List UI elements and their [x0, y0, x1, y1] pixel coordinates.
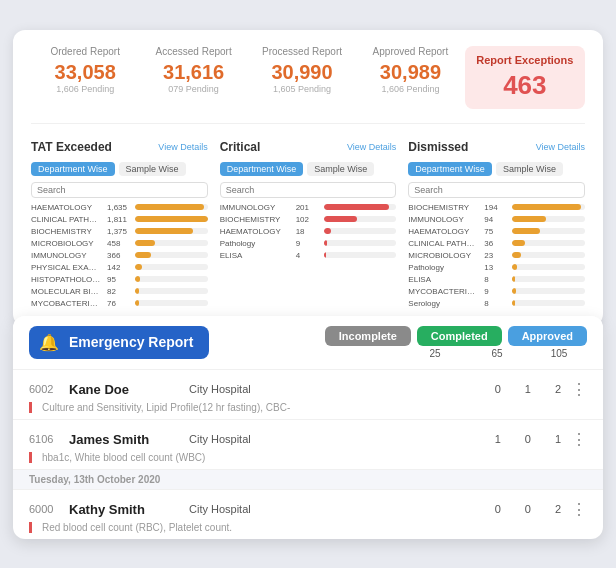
patient-main: 6000 Kathy Smith City Hospital 0 0 2 ⋮ — [29, 500, 587, 519]
patient-row: 6002 Kane Doe City Hospital 0 1 2 ⋮ Cult… — [13, 369, 603, 419]
bar-track — [512, 252, 585, 258]
tat-header: TAT Exceeded View Details — [31, 140, 208, 154]
patient-approved-count: 1 — [555, 433, 561, 445]
count-incomplete: 25 — [407, 348, 463, 359]
patient-completed-count: 0 — [525, 503, 531, 515]
bar-count: 1,375 — [107, 227, 131, 236]
dismissed-tab-sample[interactable]: Sample Wise — [496, 162, 563, 176]
more-options-icon[interactable]: ⋮ — [571, 380, 587, 399]
tat-tab-sample[interactable]: Sample Wise — [119, 162, 186, 176]
bar-track — [135, 264, 208, 270]
bar-item: MOLECULAR BIOL... 82 — [31, 287, 208, 296]
bar-count: 36 — [484, 239, 508, 248]
bar-count: 194 — [484, 203, 508, 212]
critical-bar-list: IMMUNOLOGY 201 BIOCHEMISTRY 102 HAEMATOL… — [220, 203, 397, 260]
patient-incomplete-count: 1 — [495, 433, 501, 445]
more-options-icon[interactable]: ⋮ — [571, 430, 587, 449]
patient-counts: 0 0 2 — [495, 503, 561, 515]
top-card: Ordered Report 33,058 1,606 Pending Acce… — [13, 30, 603, 326]
bar-count: 23 — [484, 251, 508, 260]
bar-label: BIOCHEMISTRY — [220, 215, 292, 224]
dismissed-title: Dismissed — [408, 140, 468, 154]
bar-track — [135, 240, 208, 246]
bar-fill — [324, 216, 357, 222]
bar-item: MICROBIOLOGY 458 — [31, 239, 208, 248]
bar-count: 142 — [107, 263, 131, 272]
bar-item: IMMUNOLOGY 201 — [220, 203, 397, 212]
patient-approved-count: 2 — [555, 503, 561, 515]
patient-name: Kathy Smith — [69, 502, 189, 517]
bar-fill — [512, 300, 515, 306]
dismissed-tab-dept[interactable]: Department Wise — [408, 162, 492, 176]
patient-id: 6002 — [29, 383, 69, 395]
btn-approved[interactable]: Approved — [508, 326, 587, 346]
bar-item: BIOCHEMISTRY 1,375 — [31, 227, 208, 236]
bar-count: 1,811 — [107, 215, 131, 224]
status-buttons: Incomplete Completed Approved 25 65 105 — [325, 326, 587, 359]
tat-tabs: Department Wise Sample Wise — [31, 162, 208, 176]
bar-label: CLINICAL PATHOL... — [408, 239, 480, 248]
bar-label: BIOCHEMISTRY — [31, 227, 103, 236]
more-options-icon[interactable]: ⋮ — [571, 500, 587, 519]
bar-item: HAEMATOLOGY 18 — [220, 227, 397, 236]
dismissed-view-details[interactable]: View Details — [536, 142, 585, 152]
bar-fill — [512, 288, 516, 294]
critical-view-details[interactable]: View Details — [347, 142, 396, 152]
bar-item: IMMUNOLOGY 366 — [31, 251, 208, 260]
patient-name: Kane Doe — [69, 382, 189, 397]
critical-tab-sample[interactable]: Sample Wise — [307, 162, 374, 176]
status-counts: 25 65 105 — [407, 348, 587, 359]
dismissed-tabs: Department Wise Sample Wise — [408, 162, 585, 176]
bar-item: BIOCHEMISTRY 102 — [220, 215, 397, 224]
bar-label: IMMUNOLOGY — [31, 251, 103, 260]
stat-approved: Approved Report 30,989 1,606 Pending — [356, 46, 464, 109]
stat-processed-label: Processed Report — [252, 46, 352, 57]
stat-approved-label: Approved Report — [360, 46, 460, 57]
bar-track — [135, 288, 208, 294]
stat-accessed-pending: 079 Pending — [143, 84, 243, 94]
bar-item: MYCOBACTERIOL... 9 — [408, 287, 585, 296]
bar-count: 95 — [107, 275, 131, 284]
patient-main: 6106 James Smith City Hospital 1 0 1 ⋮ — [29, 430, 587, 449]
bar-item: BIOCHEMISTRY 194 — [408, 203, 585, 212]
bar-count: 4 — [296, 251, 320, 260]
btn-completed[interactable]: Completed — [417, 326, 502, 346]
critical-search[interactable] — [220, 182, 397, 198]
bar-label: Serology — [408, 299, 480, 308]
btn-incomplete[interactable]: Incomplete — [325, 326, 411, 346]
bar-track — [135, 252, 208, 258]
bar-label: HAEMATOLOGY — [31, 203, 103, 212]
patient-row: 6106 James Smith City Hospital 1 0 1 ⋮ h… — [13, 419, 603, 469]
bar-label: HAEMATOLOGY — [220, 227, 292, 236]
critical-tab-dept[interactable]: Department Wise — [220, 162, 304, 176]
patient-row: 6000 Kathy Smith City Hospital 0 0 2 ⋮ R… — [13, 489, 603, 539]
patient-incomplete-count: 0 — [495, 383, 501, 395]
patient-tests: hba1c, White blood cell count (WBC) — [29, 452, 587, 463]
bar-track — [135, 204, 208, 210]
tat-search[interactable] — [31, 182, 208, 198]
emergency-title-block: 🔔 Emergency Report — [29, 326, 209, 359]
bar-fill — [512, 276, 515, 282]
stat-processed: Processed Report 30,990 1,605 Pending — [248, 46, 356, 109]
bar-label: HISTOPATHOLOGY — [31, 275, 103, 284]
tat-view-details[interactable]: View Details — [158, 142, 207, 152]
tat-tab-dept[interactable]: Department Wise — [31, 162, 115, 176]
bar-fill — [135, 264, 142, 270]
critical-title: Critical — [220, 140, 261, 154]
patient-counts: 0 1 2 — [495, 383, 561, 395]
bar-fill — [512, 252, 521, 258]
stat-ordered-pending: 1,606 Pending — [35, 84, 135, 94]
stat-processed-pending: 1,605 Pending — [252, 84, 352, 94]
dismissed-section: Dismissed View Details Department Wise S… — [408, 140, 585, 308]
bar-item: IMMUNOLOGY 94 — [408, 215, 585, 224]
stat-exceptions-label: Report Exceptions — [475, 54, 575, 66]
dismissed-search[interactable] — [408, 182, 585, 198]
bar-label: IMMUNOLOGY — [408, 215, 480, 224]
stat-ordered: Ordered Report 33,058 1,606 Pending — [31, 46, 139, 109]
stat-exceptions-value: 463 — [475, 70, 575, 101]
bar-label: HAEMATOLOGY — [408, 227, 480, 236]
bar-item: CLINICAL PATHOL... 1,811 — [31, 215, 208, 224]
bar-count: 8 — [484, 299, 508, 308]
bar-fill — [135, 204, 204, 210]
bar-track — [135, 276, 208, 282]
